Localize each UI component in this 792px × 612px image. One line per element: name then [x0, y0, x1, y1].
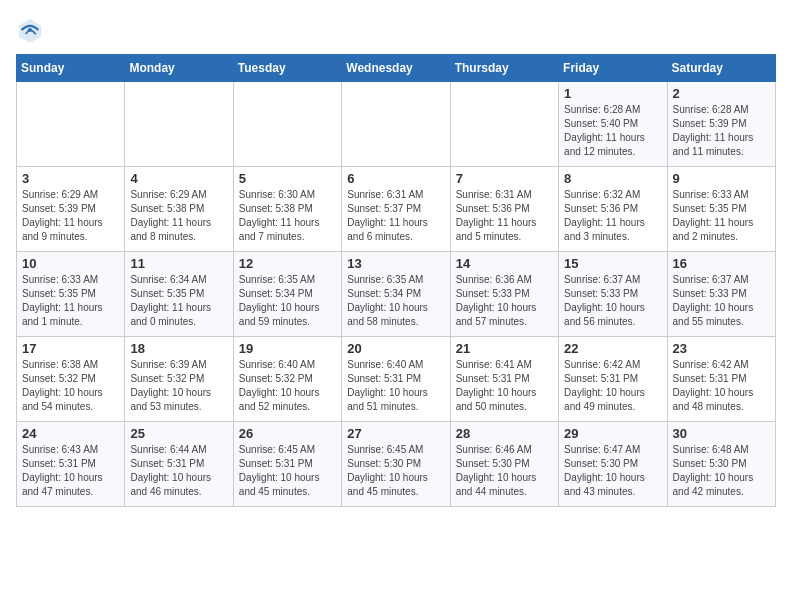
day-number: 28	[456, 426, 553, 441]
calendar-cell	[17, 82, 125, 167]
calendar-week-row: 17Sunrise: 6:38 AM Sunset: 5:32 PM Dayli…	[17, 337, 776, 422]
calendar-cell: 15Sunrise: 6:37 AM Sunset: 5:33 PM Dayli…	[559, 252, 667, 337]
day-info: Sunrise: 6:40 AM Sunset: 5:31 PM Dayligh…	[347, 358, 444, 414]
day-number: 10	[22, 256, 119, 271]
day-number: 6	[347, 171, 444, 186]
day-info: Sunrise: 6:42 AM Sunset: 5:31 PM Dayligh…	[673, 358, 770, 414]
calendar-cell	[450, 82, 558, 167]
calendar-cell: 4Sunrise: 6:29 AM Sunset: 5:38 PM Daylig…	[125, 167, 233, 252]
weekday-header-row: SundayMondayTuesdayWednesdayThursdayFrid…	[17, 55, 776, 82]
calendar-cell: 28Sunrise: 6:46 AM Sunset: 5:30 PM Dayli…	[450, 422, 558, 507]
day-info: Sunrise: 6:31 AM Sunset: 5:36 PM Dayligh…	[456, 188, 553, 244]
day-number: 4	[130, 171, 227, 186]
calendar-cell	[342, 82, 450, 167]
day-number: 29	[564, 426, 661, 441]
calendar-cell: 30Sunrise: 6:48 AM Sunset: 5:30 PM Dayli…	[667, 422, 775, 507]
day-number: 20	[347, 341, 444, 356]
day-number: 8	[564, 171, 661, 186]
weekday-header: Monday	[125, 55, 233, 82]
calendar-cell: 27Sunrise: 6:45 AM Sunset: 5:30 PM Dayli…	[342, 422, 450, 507]
calendar-cell: 6Sunrise: 6:31 AM Sunset: 5:37 PM Daylig…	[342, 167, 450, 252]
calendar-cell: 29Sunrise: 6:47 AM Sunset: 5:30 PM Dayli…	[559, 422, 667, 507]
calendar-cell: 7Sunrise: 6:31 AM Sunset: 5:36 PM Daylig…	[450, 167, 558, 252]
calendar-cell: 26Sunrise: 6:45 AM Sunset: 5:31 PM Dayli…	[233, 422, 341, 507]
day-info: Sunrise: 6:46 AM Sunset: 5:30 PM Dayligh…	[456, 443, 553, 499]
calendar-cell: 19Sunrise: 6:40 AM Sunset: 5:32 PM Dayli…	[233, 337, 341, 422]
day-number: 16	[673, 256, 770, 271]
day-number: 1	[564, 86, 661, 101]
day-number: 9	[673, 171, 770, 186]
svg-point-1	[28, 28, 32, 32]
calendar-cell: 25Sunrise: 6:44 AM Sunset: 5:31 PM Dayli…	[125, 422, 233, 507]
day-info: Sunrise: 6:29 AM Sunset: 5:39 PM Dayligh…	[22, 188, 119, 244]
calendar-cell: 3Sunrise: 6:29 AM Sunset: 5:39 PM Daylig…	[17, 167, 125, 252]
calendar-cell: 9Sunrise: 6:33 AM Sunset: 5:35 PM Daylig…	[667, 167, 775, 252]
calendar-cell: 24Sunrise: 6:43 AM Sunset: 5:31 PM Dayli…	[17, 422, 125, 507]
day-info: Sunrise: 6:36 AM Sunset: 5:33 PM Dayligh…	[456, 273, 553, 329]
day-info: Sunrise: 6:37 AM Sunset: 5:33 PM Dayligh…	[673, 273, 770, 329]
day-info: Sunrise: 6:37 AM Sunset: 5:33 PM Dayligh…	[564, 273, 661, 329]
calendar-cell: 20Sunrise: 6:40 AM Sunset: 5:31 PM Dayli…	[342, 337, 450, 422]
day-info: Sunrise: 6:43 AM Sunset: 5:31 PM Dayligh…	[22, 443, 119, 499]
day-number: 3	[22, 171, 119, 186]
logo-icon	[16, 16, 44, 44]
calendar-cell: 16Sunrise: 6:37 AM Sunset: 5:33 PM Dayli…	[667, 252, 775, 337]
day-number: 15	[564, 256, 661, 271]
calendar-cell: 2Sunrise: 6:28 AM Sunset: 5:39 PM Daylig…	[667, 82, 775, 167]
weekday-header: Saturday	[667, 55, 775, 82]
day-number: 26	[239, 426, 336, 441]
calendar-week-row: 3Sunrise: 6:29 AM Sunset: 5:39 PM Daylig…	[17, 167, 776, 252]
calendar-cell: 8Sunrise: 6:32 AM Sunset: 5:36 PM Daylig…	[559, 167, 667, 252]
day-info: Sunrise: 6:47 AM Sunset: 5:30 PM Dayligh…	[564, 443, 661, 499]
weekday-header: Thursday	[450, 55, 558, 82]
day-number: 27	[347, 426, 444, 441]
calendar-week-row: 1Sunrise: 6:28 AM Sunset: 5:40 PM Daylig…	[17, 82, 776, 167]
day-number: 24	[22, 426, 119, 441]
calendar-table: SundayMondayTuesdayWednesdayThursdayFrid…	[16, 54, 776, 507]
day-number: 25	[130, 426, 227, 441]
day-info: Sunrise: 6:39 AM Sunset: 5:32 PM Dayligh…	[130, 358, 227, 414]
calendar-cell: 23Sunrise: 6:42 AM Sunset: 5:31 PM Dayli…	[667, 337, 775, 422]
calendar-cell: 22Sunrise: 6:42 AM Sunset: 5:31 PM Dayli…	[559, 337, 667, 422]
day-number: 13	[347, 256, 444, 271]
day-info: Sunrise: 6:33 AM Sunset: 5:35 PM Dayligh…	[22, 273, 119, 329]
day-info: Sunrise: 6:28 AM Sunset: 5:39 PM Dayligh…	[673, 103, 770, 159]
calendar-cell: 12Sunrise: 6:35 AM Sunset: 5:34 PM Dayli…	[233, 252, 341, 337]
weekday-header: Friday	[559, 55, 667, 82]
day-info: Sunrise: 6:32 AM Sunset: 5:36 PM Dayligh…	[564, 188, 661, 244]
day-info: Sunrise: 6:31 AM Sunset: 5:37 PM Dayligh…	[347, 188, 444, 244]
day-number: 12	[239, 256, 336, 271]
day-info: Sunrise: 6:30 AM Sunset: 5:38 PM Dayligh…	[239, 188, 336, 244]
day-number: 2	[673, 86, 770, 101]
calendar-cell: 11Sunrise: 6:34 AM Sunset: 5:35 PM Dayli…	[125, 252, 233, 337]
day-number: 22	[564, 341, 661, 356]
day-number: 19	[239, 341, 336, 356]
calendar-cell	[125, 82, 233, 167]
day-info: Sunrise: 6:48 AM Sunset: 5:30 PM Dayligh…	[673, 443, 770, 499]
day-number: 5	[239, 171, 336, 186]
calendar-week-row: 24Sunrise: 6:43 AM Sunset: 5:31 PM Dayli…	[17, 422, 776, 507]
calendar-cell: 17Sunrise: 6:38 AM Sunset: 5:32 PM Dayli…	[17, 337, 125, 422]
day-number: 17	[22, 341, 119, 356]
day-info: Sunrise: 6:35 AM Sunset: 5:34 PM Dayligh…	[347, 273, 444, 329]
calendar-cell: 18Sunrise: 6:39 AM Sunset: 5:32 PM Dayli…	[125, 337, 233, 422]
calendar-cell: 13Sunrise: 6:35 AM Sunset: 5:34 PM Dayli…	[342, 252, 450, 337]
calendar-cell: 1Sunrise: 6:28 AM Sunset: 5:40 PM Daylig…	[559, 82, 667, 167]
day-info: Sunrise: 6:41 AM Sunset: 5:31 PM Dayligh…	[456, 358, 553, 414]
day-info: Sunrise: 6:33 AM Sunset: 5:35 PM Dayligh…	[673, 188, 770, 244]
calendar-cell: 21Sunrise: 6:41 AM Sunset: 5:31 PM Dayli…	[450, 337, 558, 422]
calendar-week-row: 10Sunrise: 6:33 AM Sunset: 5:35 PM Dayli…	[17, 252, 776, 337]
day-info: Sunrise: 6:40 AM Sunset: 5:32 PM Dayligh…	[239, 358, 336, 414]
day-number: 11	[130, 256, 227, 271]
day-info: Sunrise: 6:44 AM Sunset: 5:31 PM Dayligh…	[130, 443, 227, 499]
page-header	[16, 16, 776, 44]
day-number: 23	[673, 341, 770, 356]
day-number: 14	[456, 256, 553, 271]
day-info: Sunrise: 6:42 AM Sunset: 5:31 PM Dayligh…	[564, 358, 661, 414]
day-info: Sunrise: 6:34 AM Sunset: 5:35 PM Dayligh…	[130, 273, 227, 329]
day-number: 30	[673, 426, 770, 441]
weekday-header: Wednesday	[342, 55, 450, 82]
day-number: 21	[456, 341, 553, 356]
calendar-cell	[233, 82, 341, 167]
day-info: Sunrise: 6:45 AM Sunset: 5:30 PM Dayligh…	[347, 443, 444, 499]
